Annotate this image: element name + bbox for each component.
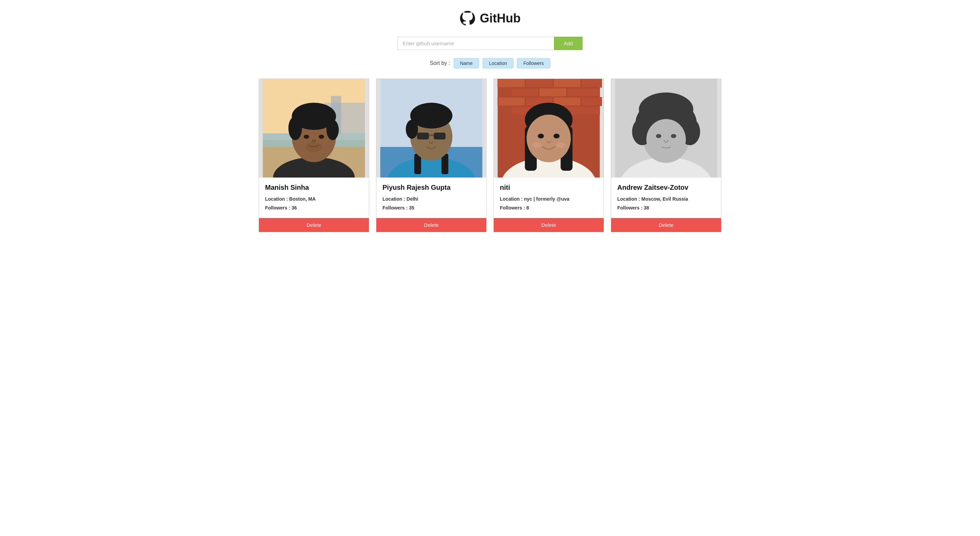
card-info: Piyush Rajesh Gupta Location : Delhi Fol… [376, 178, 486, 218]
svg-point-12 [304, 135, 309, 139]
user-avatar [376, 79, 486, 178]
card-followers: Followers : 36 [265, 205, 363, 211]
svg-rect-24 [417, 133, 429, 140]
delete-button[interactable]: Delete [376, 218, 486, 232]
svg-point-49 [554, 134, 560, 138]
svg-point-13 [319, 135, 324, 139]
svg-point-10 [288, 116, 302, 140]
svg-rect-38 [582, 97, 602, 106]
delete-button[interactable]: Delete [259, 218, 369, 232]
header: GitHub [259, 10, 721, 27]
svg-point-11 [327, 120, 339, 140]
user-avatar [611, 79, 721, 178]
svg-point-14 [305, 142, 323, 152]
svg-rect-41 [567, 106, 600, 115]
app-container: GitHub Add Sort by : Name Location Follo… [245, 0, 735, 243]
card-info: niti Location : nyc | formerly @uva Foll… [494, 178, 604, 218]
card-info: Manish Sinha Location : Boston, MA Follo… [259, 178, 369, 218]
svg-rect-34 [567, 88, 600, 97]
svg-rect-31 [582, 79, 602, 87]
card-name: niti [500, 184, 598, 192]
delete-button[interactable]: Delete [611, 218, 721, 232]
cards-grid: Manish Sinha Location : Boston, MA Follo… [259, 79, 721, 232]
sort-label: Sort by : [430, 60, 450, 66]
card-name: Manish Sinha [265, 184, 363, 192]
card-info: Andrew Zaitsev-Zotov Location : Moscow, … [611, 178, 721, 218]
svg-rect-30 [554, 79, 581, 87]
svg-point-47 [527, 115, 571, 162]
card-name: Andrew Zaitsev-Zotov [617, 184, 715, 192]
card-name: Piyush Rajesh Gupta [382, 184, 480, 192]
user-avatar [259, 79, 369, 178]
card-location: Location : Boston, MA [265, 196, 363, 202]
sort-by-location-button[interactable]: Location [482, 58, 514, 68]
svg-point-23 [406, 120, 418, 139]
sort-by-name-button[interactable]: Name [453, 58, 479, 68]
add-button[interactable]: Add [554, 37, 583, 50]
svg-rect-29 [526, 79, 553, 87]
svg-point-48 [538, 134, 544, 138]
card-followers: Followers : 35 [382, 205, 480, 211]
svg-rect-33 [539, 88, 566, 97]
github-icon [460, 10, 476, 27]
user-avatar [494, 79, 604, 178]
svg-rect-32 [511, 88, 539, 97]
card-followers: Followers : 8 [500, 205, 598, 211]
svg-point-60 [646, 119, 686, 160]
svg-point-51 [556, 143, 566, 148]
card-location: Location : Delhi [382, 196, 480, 202]
user-card: Andrew Zaitsev-Zotov Location : Moscow, … [611, 79, 721, 232]
header-title: GitHub [480, 11, 520, 25]
card-location: Location : Moscow, Evil Russia [617, 196, 715, 202]
svg-rect-35 [498, 97, 525, 106]
user-card: Manish Sinha Location : Boston, MA Follo… [259, 79, 369, 232]
card-location: Location : nyc | formerly @uva [500, 196, 598, 202]
svg-point-61 [656, 134, 662, 138]
user-card: niti Location : nyc | formerly @uva Foll… [493, 79, 604, 232]
sort-bar: Sort by : Name Location Followers [259, 58, 721, 68]
card-followers: Followers : 38 [617, 205, 715, 211]
search-bar: Add [259, 37, 721, 50]
svg-point-62 [671, 134, 676, 138]
delete-button[interactable]: Delete [494, 218, 604, 232]
svg-rect-28 [498, 79, 525, 87]
username-input[interactable] [398, 37, 554, 50]
svg-rect-25 [434, 133, 446, 140]
svg-rect-26 [429, 134, 434, 136]
header-logo: GitHub [460, 10, 520, 27]
user-card: Piyush Rajesh Gupta Location : Delhi Fol… [376, 79, 487, 232]
sort-by-followers-button[interactable]: Followers [517, 58, 550, 68]
svg-point-50 [532, 143, 542, 148]
